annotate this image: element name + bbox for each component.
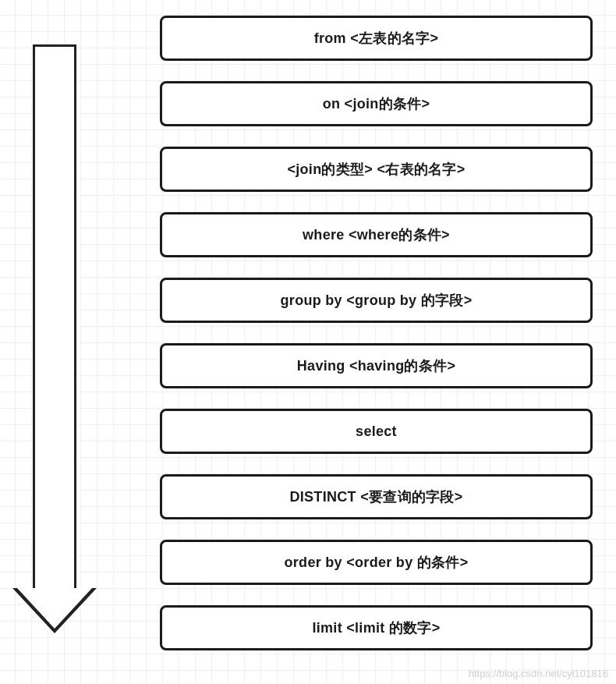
step-label: group by <group by 的字段> [281,291,473,310]
steps-list: from <左表的名字> on <join的条件> <join的类型> <右表的… [160,16,593,650]
arrow-head-cover [35,586,74,590]
step-having: Having <having的条件> [160,343,593,388]
step-label: <join的类型> <右表的名字> [287,160,465,179]
step-select: select [160,409,593,454]
step-distinct: DISTINCT <要查询的字段> [160,474,593,519]
arrow-head-inner [17,588,92,629]
step-label: from <左表的名字> [314,29,439,48]
step-label: select [356,424,397,440]
step-label: on <join的条件> [323,94,430,113]
step-label: where <where的条件> [303,225,450,244]
step-label: limit <limit 的数字> [312,618,440,637]
step-label: order by <order by 的条件> [285,553,469,572]
step-limit: limit <limit 的数字> [160,605,593,650]
step-from: from <左表的名字> [160,16,593,61]
step-label: Having <having的条件> [297,356,455,375]
step-join: <join的类型> <右表的名字> [160,147,593,192]
step-group-by: group by <group by 的字段> [160,278,593,323]
step-on: on <join的条件> [160,81,593,126]
step-where: where <where的条件> [160,212,593,257]
step-order-by: order by <order by 的条件> [160,540,593,585]
step-label: DISTINCT <要查询的字段> [289,487,462,506]
watermark: https://blog.csdn.net/cyl101816 [469,668,608,679]
flow-arrow [16,44,94,637]
arrow-shaft [33,44,76,590]
